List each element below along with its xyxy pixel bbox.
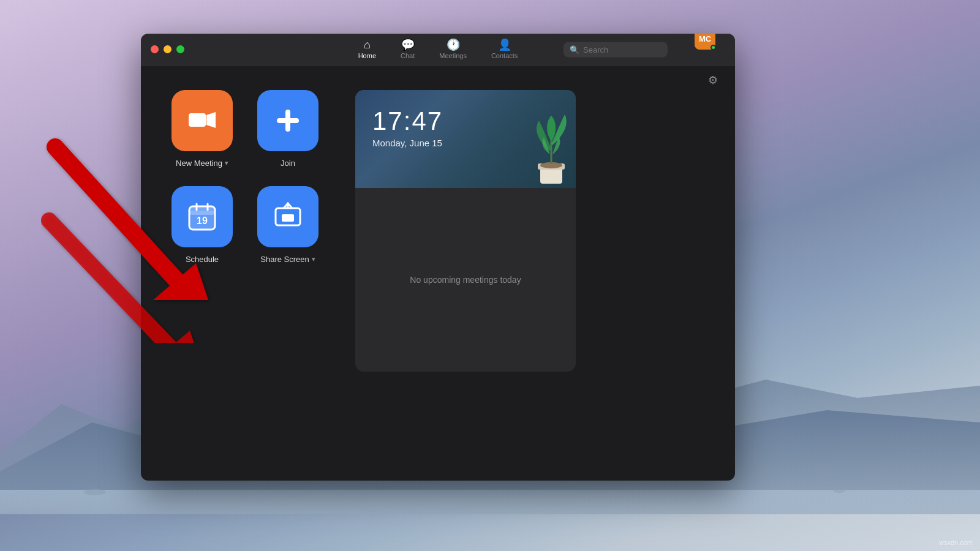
new-meeting-button[interactable] (172, 90, 233, 151)
schedule-button[interactable]: 19 (172, 186, 233, 247)
calendar-header: 17:47 Monday, June 15 (355, 90, 576, 188)
action-row-1: New Meeting ▾ Join (172, 90, 318, 168)
join-button[interactable] (257, 90, 318, 151)
schedule-label: Schedule (186, 255, 219, 264)
minimize-button[interactable] (164, 45, 172, 53)
tab-chat-label: Chat (401, 52, 415, 59)
svg-point-2 (833, 489, 845, 493)
join-label: Join (281, 159, 295, 168)
search-area: 🔍 (564, 42, 668, 57)
tab-chat[interactable]: 💬 Chat (388, 36, 427, 63)
share-screen-caret: ▾ (312, 255, 315, 263)
search-bar[interactable]: 🔍 (564, 42, 668, 57)
meetings-icon: 🕐 (447, 39, 460, 50)
svg-text:19: 19 (197, 216, 208, 226)
avatar-initials: MC (699, 34, 711, 43)
tab-contacts[interactable]: 👤 Contacts (479, 36, 530, 63)
svg-rect-15 (189, 211, 215, 215)
no-meetings-text: No upcoming meetings today (410, 275, 521, 285)
calendar-body: No upcoming meetings today (355, 188, 576, 372)
title-bar: ⌂ Home 💬 Chat 🕐 Meetings 👤 Contacts 🔍 (141, 34, 735, 66)
svg-point-1 (84, 489, 106, 495)
nav-tabs: ⌂ Home 💬 Chat 🕐 Meetings 👤 Contacts (346, 36, 530, 63)
new-meeting-caret: ▾ (225, 159, 228, 167)
new-meeting-item: New Meeting ▾ (172, 90, 233, 168)
svg-rect-0 (0, 490, 980, 514)
schedule-item: 19 Schedule (172, 186, 233, 264)
tab-home[interactable]: ⌂ Home (346, 36, 388, 63)
app-window: ⌂ Home 💬 Chat 🕐 Meetings 👤 Contacts 🔍 (141, 34, 735, 481)
watermark: wsxdn.com (939, 539, 973, 546)
share-screen-label: Share Screen ▾ (260, 255, 315, 264)
svg-rect-11 (277, 118, 299, 123)
chat-icon: 💬 (401, 39, 415, 50)
tab-meetings[interactable]: 🕐 Meetings (427, 36, 479, 63)
tab-meetings-label: Meetings (439, 52, 467, 59)
share-screen-button[interactable] (257, 186, 318, 247)
plus-icon (273, 106, 303, 135)
calendar-panel: 17:47 Monday, June 15 (355, 90, 576, 372)
traffic-lights (151, 45, 184, 53)
action-row-2: 19 Schedule (172, 186, 318, 264)
svg-rect-23 (282, 214, 294, 222)
settings-button[interactable]: ⚙ (703, 70, 723, 90)
close-button[interactable] (151, 45, 159, 53)
video-camera-icon (186, 105, 218, 137)
avatar[interactable]: MC (695, 34, 715, 50)
share-screen-item: Share Screen ▾ (257, 186, 318, 264)
gear-icon: ⚙ (708, 73, 718, 87)
fullscreen-button[interactable] (176, 45, 184, 53)
calendar-icon: 19 (187, 201, 217, 232)
avatar-container: MC (704, 39, 725, 60)
join-item: Join (257, 90, 318, 168)
tab-home-label: Home (358, 52, 376, 59)
svg-rect-8 (189, 113, 206, 127)
search-input[interactable] (583, 45, 662, 54)
share-screen-icon (273, 202, 303, 231)
new-meeting-label: New Meeting ▾ (176, 159, 228, 168)
home-icon: ⌂ (364, 39, 371, 50)
contacts-icon: 👤 (498, 39, 511, 50)
search-icon: 🔍 (570, 45, 579, 54)
status-dot (710, 45, 716, 50)
main-content: New Meeting ▾ Join (141, 66, 735, 481)
action-panel: New Meeting ▾ Join (172, 90, 318, 456)
tab-contacts-label: Contacts (491, 52, 518, 59)
plant-decoration (527, 108, 576, 188)
